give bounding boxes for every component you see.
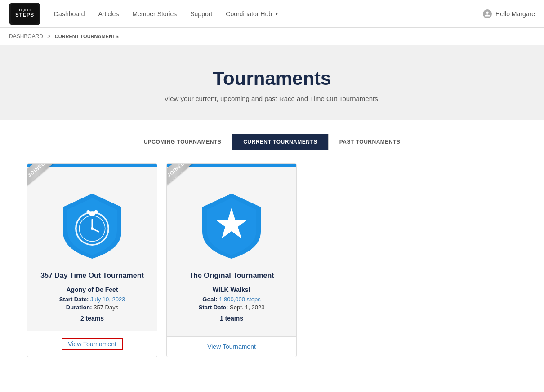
svg-rect-6: [89, 212, 95, 216]
hero-subtitle: View your current, upcoming and past Rac…: [9, 95, 535, 102]
breadcrumb-current: CURRENT TOURNAMENTS: [55, 34, 119, 39]
card-1-title: 357 Day Time Out Tournament: [40, 271, 144, 281]
tabs-container: UPCOMING TOURNAMENTS CURRENT TOURNAMENTS…: [0, 134, 544, 150]
card-2-teams: 1 teams: [220, 315, 243, 322]
card-2-footer: View Tournament: [167, 336, 296, 357]
card-2-team: WILK Walks!: [213, 286, 250, 293]
card-1-team: Agony of De Feet: [66, 286, 118, 293]
cards-section: JOINED: [0, 159, 544, 384]
tournament-card-2: JOINED The Original Tournament WILK Walk…: [166, 163, 297, 357]
nav-member-stories[interactable]: Member Stories: [132, 10, 177, 18]
tab-past[interactable]: PAST TOURNAMENTS: [329, 134, 411, 150]
card-2-title: The Original Tournament: [189, 271, 274, 281]
user-greeting: Hello Margare: [495, 10, 535, 18]
nav-links: Dashboard Articles Member Stories Suppor…: [54, 10, 483, 18]
tournament-tabs: UPCOMING TOURNAMENTS CURRENT TOURNAMENTS…: [133, 134, 412, 150]
tournament-icon-1: [56, 189, 128, 262]
hero-section: Tournaments View your current, upcoming …: [0, 45, 544, 120]
card-1-duration: Duration: 357 Days: [66, 304, 118, 311]
svg-point-11: [91, 227, 94, 230]
navbar: 10,000 STEPS Dashboard Articles Member S…: [0, 0, 544, 28]
tab-upcoming[interactable]: UPCOMING TOURNAMENTS: [133, 134, 232, 150]
breadcrumb-home[interactable]: DASHBOARD: [9, 33, 43, 40]
card-body-1: 357 Day Time Out Tournament Agony of De …: [27, 167, 157, 331]
view-tournament-button-2[interactable]: View Tournament: [207, 343, 256, 350]
card-2-goal: Goal: 1,800,000 steps: [202, 296, 260, 303]
view-tournament-button-1[interactable]: View Tournament: [62, 338, 123, 350]
nav-right: Hello Margare: [483, 9, 535, 18]
user-avatar-icon: [483, 9, 492, 18]
logo[interactable]: 10,000 STEPS: [9, 3, 40, 25]
svg-text:10,000: 10,000: [19, 8, 31, 12]
card-1-teams: 2 teams: [80, 315, 104, 322]
tab-current[interactable]: CURRENT TOURNAMENTS: [232, 134, 329, 150]
tournament-icon-2: [196, 189, 268, 262]
card-1-footer: View Tournament: [27, 331, 157, 357]
page-title: Tournaments: [9, 68, 535, 89]
tournament-card-1: JOINED: [27, 163, 157, 357]
svg-text:STEPS: STEPS: [15, 12, 34, 18]
nav-coordinator-hub[interactable]: Coordinator Hub ▾: [226, 10, 278, 18]
chevron-down-icon: ▾: [276, 11, 278, 16]
logo-image: 10,000 STEPS: [9, 3, 40, 25]
card-body-2: The Original Tournament WILK Walks! Goal…: [167, 167, 296, 336]
breadcrumb-separator: >: [47, 33, 50, 40]
nav-dashboard[interactable]: Dashboard: [54, 10, 85, 18]
breadcrumb: DASHBOARD > CURRENT TOURNAMENTS: [0, 28, 544, 45]
nav-support[interactable]: Support: [190, 10, 212, 18]
nav-articles[interactable]: Articles: [98, 10, 119, 18]
card-1-start-date: Start Date: July 10, 2023: [59, 296, 125, 303]
card-2-start-date: Start Date: Sept. 1, 2023: [199, 304, 265, 311]
